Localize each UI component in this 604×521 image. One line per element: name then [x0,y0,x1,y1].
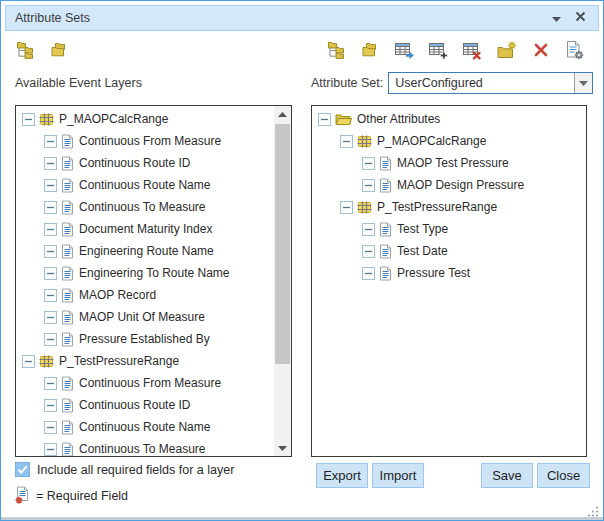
collapse-expander-icon[interactable] [44,311,57,324]
tree-item[interactable]: P_MAOPCalcRange [312,130,586,152]
collapse-attribute-tree-button[interactable] [360,39,381,61]
field-icon [61,156,74,171]
collapse-expander-icon[interactable] [44,157,57,170]
collapse-expander-icon[interactable] [340,135,353,148]
collapse-expander-icon[interactable] [44,223,57,236]
collapse-dialog-button[interactable] [547,11,565,29]
tree-item-label: Test Type [397,222,448,236]
tree-item-label: MAOP Test Pressure [397,156,509,170]
labels-row: Available Event Layers Attribute Set: Us… [15,71,593,95]
tree-item[interactable]: Pressure Established By [16,328,274,350]
expand-layer-tree-button[interactable] [15,39,36,61]
tree-item[interactable]: Test Type [312,218,586,240]
collapse-expander-icon[interactable] [22,355,35,368]
import-button[interactable]: Import [372,463,424,488]
configure-report-button[interactable] [564,39,585,61]
tree-item[interactable]: Continuous Route Name [16,416,274,438]
checkmark-icon [15,462,30,477]
tree-item-label: Pressure Established By [79,332,210,346]
export-table-button[interactable] [394,39,415,61]
tree-item[interactable]: Other Attributes [312,108,586,130]
titlebar[interactable]: Attribute Sets [5,5,599,31]
include-required-fields-checkbox[interactable] [15,462,30,477]
tree-item[interactable]: Continuous Route ID [16,394,274,416]
attribute-set-dropdown-value: UserConfigured [389,76,574,90]
new-attribute-set-button[interactable] [496,39,517,61]
collapse-expander-icon[interactable] [44,443,57,456]
scroll-up-button[interactable] [274,106,291,122]
tree-item-label: P_MAOPCalcRange [59,112,168,126]
export-button[interactable]: Export [316,463,368,488]
field-icon [61,332,74,347]
tree-item[interactable]: Document Maturity Index [16,218,274,240]
expand-attribute-tree-button[interactable] [326,39,347,61]
scroll-down-button[interactable] [274,440,291,456]
tree-item-label: P_MAOPCalcRange [377,134,486,148]
collapse-expander-icon[interactable] [44,421,57,434]
tree-item-label: MAOP Unit Of Measure [79,310,205,324]
save-button[interactable]: Save [481,463,533,488]
titlebar-controls [541,8,589,29]
dropdown-arrow-button[interactable] [574,73,592,93]
tree-item[interactable]: Test Date [312,240,586,262]
collapse-expander-icon[interactable] [362,245,375,258]
collapse-expander-icon[interactable] [44,245,57,258]
collapse-expander-icon[interactable] [362,157,375,170]
collapse-expander-icon[interactable] [44,179,57,192]
tree-item[interactable]: P_TestPressureRange [312,196,586,218]
tree-item[interactable]: MAOP Record [16,284,274,306]
event-layer-icon [357,201,372,214]
tree-item[interactable]: Continuous From Measure [16,130,274,152]
tree-item[interactable]: P_MAOPCalcRange [16,108,274,130]
collapse-expander-icon[interactable] [22,113,35,126]
tree-item-label: Continuous To Measure [79,200,206,214]
tree-item[interactable]: Continuous Route Name [16,174,274,196]
tree-item-label: Continuous Route Name [79,178,210,192]
tree-item[interactable]: MAOP Test Pressure [312,152,586,174]
collapse-expander-icon[interactable] [44,333,57,346]
attribute-set-dropdown[interactable]: UserConfigured [388,72,593,94]
collapse-expander-icon[interactable] [362,179,375,192]
left-panel-scrollbar[interactable] [274,106,291,456]
folders-icon [50,42,69,58]
tree-item[interactable]: Pressure Test [312,262,586,284]
collapse-expander-icon[interactable] [44,135,57,148]
remove-table-button[interactable] [462,39,483,61]
tree-item[interactable]: Engineering To Route Name [16,262,274,284]
caret-down-icon [579,81,588,86]
tree-item[interactable]: Continuous To Measure [16,196,274,218]
layer-tree-icon [16,41,35,59]
attribute-set-tree: Other AttributesP_MAOPCalcRangeMAOP Test… [312,106,586,456]
collapse-expander-icon[interactable] [362,223,375,236]
add-table-button[interactable] [428,39,449,61]
tree-item[interactable]: Continuous Route ID [16,152,274,174]
tree-item[interactable]: MAOP Unit Of Measure [16,306,274,328]
tree-item[interactable]: P_TestPressureRange [16,350,274,372]
attribute-set-label: Attribute Set: [311,76,383,90]
tree-item-label: Continuous To Measure [79,442,206,456]
tree-item-label: Continuous Route ID [79,398,190,412]
field-icon [61,222,74,237]
tree-item[interactable]: Continuous From Measure [16,372,274,394]
collapse-layer-tree-button[interactable] [49,39,70,61]
collapse-expander-icon[interactable] [362,267,375,280]
collapse-expander-icon[interactable] [44,289,57,302]
collapse-expander-icon[interactable] [340,201,353,214]
resize-grip[interactable] [587,503,599,515]
tree-item[interactable]: Engineering Route Name [16,240,274,262]
collapse-expander-icon[interactable] [44,267,57,280]
collapse-expander-icon[interactable] [318,113,331,126]
delete-button[interactable] [530,39,551,61]
collapse-expander-icon[interactable] [44,399,57,412]
tree-item-label: Continuous Route ID [79,156,190,170]
close-x-icon [575,11,586,22]
field-icon [61,266,74,281]
collapse-expander-icon[interactable] [44,201,57,214]
tree-item[interactable]: MAOP Design Pressure [312,174,586,196]
close-button[interactable]: Close [537,463,590,488]
collapse-expander-icon[interactable] [44,377,57,390]
field-icon [61,376,74,391]
scrollbar-thumb[interactable] [275,124,290,364]
tree-item[interactable]: Continuous To Measure [16,438,274,456]
close-dialog-button[interactable] [571,8,589,26]
